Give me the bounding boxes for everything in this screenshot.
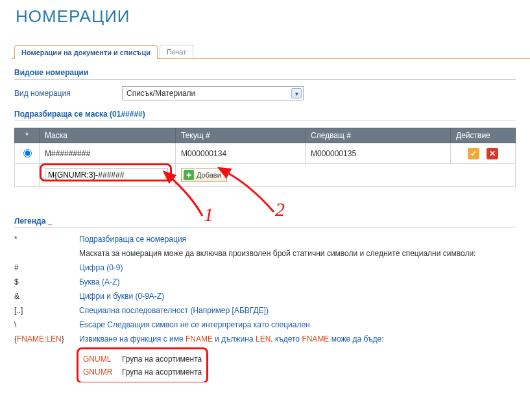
page-title: НОМЕРАЦИИ [16, 6, 530, 27]
func-table: GNUMLГрупа на асортимента GNUMRГрупа на … [79, 349, 206, 382]
func-desc: Група на асортимента [122, 355, 202, 364]
func-desc: Група на асортимента [122, 368, 202, 377]
add-button[interactable]: + Добави [181, 168, 227, 182]
legend-desc: Буква (A-Z) [79, 277, 516, 286]
add-button-label: Добави [197, 171, 221, 179]
legend-sym: $ [14, 277, 79, 286]
legend-sym: \ [14, 320, 79, 329]
legend-desc: Escape Следващия символ не се интерпрети… [79, 320, 516, 329]
col-action: Действие [451, 128, 516, 143]
table-row-new: + Добави [15, 164, 516, 187]
legend-desc: Подразбираща се номерация [79, 235, 516, 244]
numeration-type-label: Вид номерация [14, 89, 112, 98]
legend-sym: # [14, 263, 79, 272]
legend-title: Легенда _ [14, 216, 516, 228]
chevron-down-icon: ▾ [291, 88, 302, 99]
legend-sym: [..] [14, 306, 79, 315]
confirm-icon[interactable]: ✓ [468, 148, 479, 159]
col-next: Следващ # [306, 128, 451, 143]
section-types-title: Видове номерации [14, 68, 516, 80]
mask-table: * Маска Текущ # Следващ # Действие M####… [14, 128, 516, 187]
delete-icon[interactable]: ✕ [487, 148, 498, 159]
legend-sym: * [14, 235, 79, 244]
legend-sym [14, 249, 79, 258]
legend-sym: & [14, 292, 79, 301]
legend-desc: Извикване на функция с име FNAME и дължи… [79, 334, 516, 344]
numeration-type-value: Списък/Материали [126, 89, 195, 98]
legend-desc: Специална последователност (Например [АБ… [79, 306, 516, 315]
func-name: GNUML [83, 355, 122, 364]
tab-print[interactable]: Печат [160, 45, 193, 58]
new-mask-input[interactable] [45, 169, 168, 181]
legend: *Подразбираща се номерация Маската за но… [14, 232, 516, 382]
next-cell: M000000135 [306, 143, 451, 164]
col-star: * [15, 128, 40, 143]
default-mask-radio[interactable] [23, 149, 32, 158]
current-cell: M000000134 [176, 143, 306, 164]
tab-numerations[interactable]: Номерации на документи и списъци [14, 45, 158, 59]
mask-cell: M######### [40, 143, 176, 164]
legend-sym: {FNAME:LEN} [14, 334, 79, 344]
table-row: M######### M000000134 M000000135 ✓ ✕ [15, 143, 516, 164]
tab-bar: Номерации на документи и списъци Печат [12, 45, 530, 59]
collapse-icon[interactable]: _ [48, 216, 53, 226]
plus-icon: + [184, 170, 194, 180]
numeration-type-select[interactable]: Списък/Материали ▾ [122, 86, 304, 100]
func-name: GNUMR [83, 368, 122, 377]
col-current: Текущ # [176, 128, 306, 143]
legend-desc: Цифра (0-9) [79, 263, 516, 272]
section-mask-title: Подразбираща се маска (01#####) [14, 110, 516, 121]
legend-desc: Цифри и букви (0-9A-Z) [79, 292, 516, 301]
col-mask: Маска [40, 128, 176, 143]
legend-desc: Маската за номерация може да включва про… [79, 249, 516, 258]
